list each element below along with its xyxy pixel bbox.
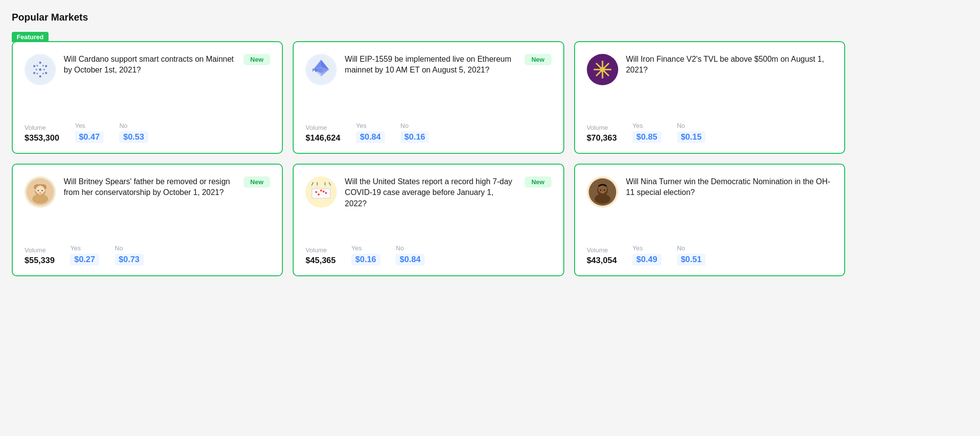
- svg-point-56: [600, 190, 601, 191]
- new-badge: New: [525, 176, 552, 188]
- volume-value: $45,365: [305, 256, 335, 266]
- no-col: No $0.15: [677, 122, 706, 143]
- yes-price[interactable]: $0.49: [632, 254, 661, 266]
- yes-col: Yes $0.47: [75, 122, 104, 143]
- card-stats: Volume $353,300 Yes $0.47 No $0.53: [25, 122, 270, 143]
- no-price[interactable]: $0.53: [119, 131, 148, 143]
- svg-point-35: [42, 190, 43, 192]
- svg-point-5: [33, 72, 35, 74]
- card-top: Will Nina Turner win the Democratic Nomi…: [587, 176, 832, 208]
- no-col: No $0.73: [115, 244, 144, 266]
- svg-point-12: [43, 73, 44, 74]
- svg-point-2: [39, 75, 41, 77]
- svg-text:P▶1!: P▶1!: [312, 68, 323, 73]
- no-label: No: [677, 244, 706, 252]
- svg-point-3: [33, 65, 35, 67]
- card-top: Will Cardano support smart contracts on …: [25, 54, 270, 85]
- yes-label: Yes: [632, 122, 661, 129]
- svg-point-8: [43, 69, 45, 70]
- svg-point-52: [330, 185, 332, 187]
- no-label: No: [396, 244, 425, 252]
- svg-point-59: [595, 194, 610, 204]
- new-badge: New: [244, 176, 271, 188]
- volume-value: $43,054: [587, 256, 617, 266]
- no-price[interactable]: $0.16: [401, 131, 429, 143]
- volume-label: Volume: [25, 246, 54, 254]
- card-question: Will Cardano support smart contracts on …: [64, 54, 236, 76]
- no-col: No $0.53: [119, 122, 148, 143]
- yes-price[interactable]: $0.85: [632, 131, 661, 143]
- yes-price[interactable]: $0.16: [352, 254, 380, 266]
- yes-label: Yes: [356, 122, 385, 129]
- volume-label: Volume: [25, 124, 59, 131]
- card-top: Will the United States report a record h…: [305, 176, 551, 209]
- svg-point-41: [320, 190, 322, 192]
- no-price[interactable]: $0.15: [677, 131, 706, 143]
- no-col: No $0.16: [401, 122, 429, 143]
- yes-col: Yes $0.49: [632, 244, 661, 266]
- no-price[interactable]: $0.51: [677, 254, 706, 266]
- market-card-iron-finance[interactable]: Will Iron Finance V2's TVL be above $500…: [574, 41, 845, 154]
- market-card-nina-turner[interactable]: Will Nina Turner win the Democratic Nomi…: [574, 164, 845, 276]
- svg-point-29: [32, 194, 48, 204]
- card-stats: Volume $55,339 Yes $0.27 No $0.73: [25, 244, 270, 266]
- svg-point-4: [45, 65, 47, 67]
- card-question: Will EIP-1559 be implemented live on Eth…: [345, 54, 517, 76]
- volume-label: Volume: [305, 124, 340, 131]
- market-card-covid[interactable]: Will the United States report a record h…: [293, 164, 564, 276]
- yes-col: Yes $0.27: [70, 244, 99, 266]
- no-label: No: [119, 122, 148, 129]
- yes-col: Yes $0.84: [356, 122, 385, 143]
- no-price[interactable]: $0.73: [115, 254, 144, 266]
- market-card-eip1559[interactable]: P▶1! Will EIP-1559 be implemented live o…: [293, 41, 564, 154]
- volume-value: $353,300: [25, 133, 59, 143]
- card-question: Will Britney Spears' father be removed o…: [64, 176, 236, 198]
- volume-label: Volume: [587, 246, 617, 254]
- svg-point-36: [39, 193, 42, 194]
- market-logo-covid: [305, 176, 337, 208]
- svg-point-10: [43, 65, 44, 67]
- volume-col: Volume $353,300: [25, 124, 59, 143]
- card-top: Will Iron Finance V2's TVL be above $500…: [587, 54, 832, 85]
- yes-price[interactable]: $0.47: [75, 131, 104, 143]
- yes-price[interactable]: $0.84: [356, 131, 385, 143]
- market-logo-nina-turner: [587, 176, 618, 208]
- volume-label: Volume: [587, 124, 617, 131]
- no-label: No: [401, 122, 429, 129]
- svg-point-11: [37, 73, 38, 74]
- no-price[interactable]: $0.84: [396, 254, 425, 266]
- card-question: Will the United States report a record h…: [345, 176, 517, 209]
- yes-col: Yes $0.85: [632, 122, 661, 143]
- svg-point-43: [318, 194, 320, 195]
- svg-point-34: [38, 190, 39, 192]
- market-card-cardano[interactable]: Will Cardano support smart contracts on …: [12, 41, 283, 154]
- yes-label: Yes: [75, 122, 104, 129]
- volume-value: $146,624: [305, 133, 340, 143]
- card-stats: Volume $70,363 Yes $0.85 No $0.15: [587, 122, 832, 143]
- market-card-britney[interactable]: Will Britney Spears' father be removed o…: [12, 164, 283, 276]
- volume-col: Volume $70,363: [587, 124, 617, 143]
- market-logo-iron-finance: [587, 54, 618, 85]
- market-logo-britney: [25, 176, 56, 208]
- svg-point-58: [601, 192, 603, 193]
- card-top: Will Britney Spears' father be removed o…: [25, 176, 270, 208]
- new-badge: New: [244, 54, 271, 65]
- yes-label: Yes: [352, 244, 380, 252]
- new-badge: New: [525, 54, 552, 65]
- yes-price[interactable]: $0.27: [70, 254, 99, 266]
- svg-point-50: [316, 185, 318, 187]
- card-top: P▶1! Will EIP-1559 be implemented live o…: [305, 54, 551, 85]
- svg-point-26: [600, 67, 605, 72]
- market-grid: Will Cardano support smart contracts on …: [12, 41, 845, 276]
- card-stats: Volume $43,054 Yes $0.49 No $0.51: [587, 244, 832, 266]
- no-label: No: [677, 122, 706, 129]
- svg-point-40: [315, 191, 317, 193]
- volume-col: Volume $45,365: [305, 246, 335, 266]
- svg-point-9: [37, 65, 38, 67]
- no-col: No $0.84: [396, 244, 425, 266]
- no-label: No: [115, 244, 144, 252]
- volume-col: Volume $55,339: [25, 246, 54, 266]
- volume-value: $70,363: [587, 133, 617, 143]
- svg-point-51: [324, 185, 326, 187]
- card-question: Will Nina Turner win the Democratic Nomi…: [626, 176, 832, 198]
